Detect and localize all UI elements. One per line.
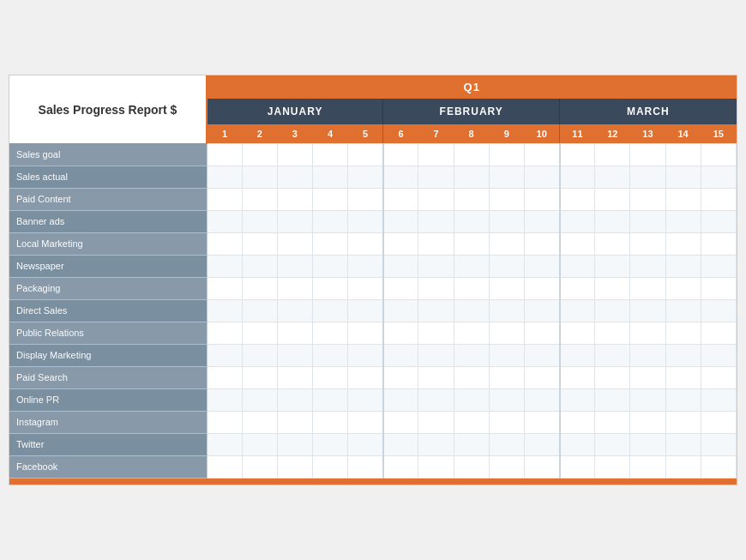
data-cell[interactable] [595,344,630,366]
data-cell[interactable] [489,255,524,277]
data-cell[interactable] [418,388,454,411]
data-cell[interactable] [630,433,665,455]
data-cell[interactable] [277,232,312,255]
data-cell[interactable] [665,210,701,232]
data-cell[interactable] [418,299,454,322]
data-cell[interactable] [489,299,524,322]
data-cell[interactable] [207,232,242,255]
data-cell[interactable] [560,188,595,210]
data-cell[interactable] [524,388,559,411]
data-cell[interactable] [242,255,277,277]
data-cell[interactable] [595,166,630,188]
data-cell[interactable] [524,344,559,366]
data-cell[interactable] [383,366,418,388]
data-cell[interactable] [595,210,630,232]
data-cell[interactable] [701,388,736,411]
data-cell[interactable] [277,455,312,478]
data-cell[interactable] [207,411,242,433]
data-cell[interactable] [701,210,736,232]
data-cell[interactable] [560,299,595,322]
data-cell[interactable] [277,277,312,299]
data-cell[interactable] [277,344,312,366]
data-cell[interactable] [418,277,454,299]
data-cell[interactable] [630,166,665,188]
data-cell[interactable] [630,277,665,299]
data-cell[interactable] [242,277,277,299]
data-cell[interactable] [665,143,701,166]
data-cell[interactable] [418,143,454,166]
data-cell[interactable] [312,143,347,166]
data-cell[interactable] [630,366,665,388]
data-cell[interactable] [418,411,454,433]
data-cell[interactable] [560,455,595,478]
data-cell[interactable] [418,210,454,232]
data-cell[interactable] [595,277,630,299]
data-cell[interactable] [560,166,595,188]
data-cell[interactable] [383,455,418,478]
data-cell[interactable] [277,411,312,433]
data-cell[interactable] [383,188,418,210]
data-cell[interactable] [630,388,665,411]
data-cell[interactable] [524,166,559,188]
data-cell[interactable] [348,322,383,344]
data-cell[interactable] [630,232,665,255]
data-cell[interactable] [418,188,454,210]
data-cell[interactable] [524,277,559,299]
data-cell[interactable] [242,433,277,455]
data-cell[interactable] [595,322,630,344]
data-cell[interactable] [348,455,383,478]
data-cell[interactable] [383,322,418,344]
data-cell[interactable] [665,344,701,366]
data-cell[interactable] [524,210,559,232]
data-cell[interactable] [207,188,242,210]
data-cell[interactable] [524,455,559,478]
data-cell[interactable] [630,344,665,366]
data-cell[interactable] [701,455,736,478]
data-cell[interactable] [242,411,277,433]
data-cell[interactable] [383,433,418,455]
data-cell[interactable] [348,210,383,232]
data-cell[interactable] [630,255,665,277]
data-cell[interactable] [489,366,524,388]
data-cell[interactable] [383,210,418,232]
data-cell[interactable] [524,232,559,255]
data-cell[interactable] [665,232,701,255]
data-cell[interactable] [701,255,736,277]
data-cell[interactable] [348,166,383,188]
data-cell[interactable] [277,433,312,455]
data-cell[interactable] [418,166,454,188]
data-cell[interactable] [207,455,242,478]
data-cell[interactable] [595,255,630,277]
data-cell[interactable] [277,388,312,411]
data-cell[interactable] [383,166,418,188]
data-cell[interactable] [242,188,277,210]
data-cell[interactable] [454,411,489,433]
data-cell[interactable] [418,366,454,388]
data-cell[interactable] [242,455,277,478]
data-cell[interactable] [242,344,277,366]
data-cell[interactable] [665,299,701,322]
data-cell[interactable] [630,188,665,210]
data-cell[interactable] [207,344,242,366]
data-cell[interactable] [454,299,489,322]
data-cell[interactable] [524,366,559,388]
data-cell[interactable] [312,299,347,322]
data-cell[interactable] [348,143,383,166]
data-cell[interactable] [312,166,347,188]
data-cell[interactable] [383,411,418,433]
data-cell[interactable] [454,455,489,478]
data-cell[interactable] [665,366,701,388]
data-cell[interactable] [207,255,242,277]
data-cell[interactable] [560,344,595,366]
data-cell[interactable] [242,388,277,411]
data-cell[interactable] [207,433,242,455]
data-cell[interactable] [312,411,347,433]
data-cell[interactable] [489,388,524,411]
data-cell[interactable] [560,143,595,166]
data-cell[interactable] [489,411,524,433]
data-cell[interactable] [560,210,595,232]
data-cell[interactable] [701,322,736,344]
data-cell[interactable] [348,411,383,433]
data-cell[interactable] [418,344,454,366]
data-cell[interactable] [348,344,383,366]
